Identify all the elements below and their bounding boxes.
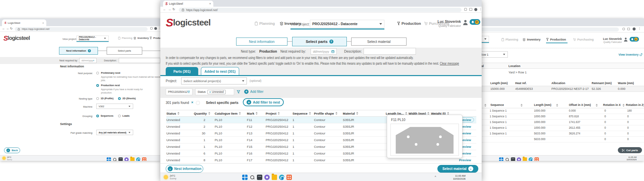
user-name[interactable]: Luc Stoverink	[429, 19, 461, 23]
terminal-app-icon[interactable]	[118, 157, 123, 161]
clock-date[interactable]: 10/03/2026	[617, 159, 637, 161]
nav-production[interactable]: Production	[150, 37, 160, 40]
edge-browser-icon[interactable]	[136, 157, 141, 161]
col-waste[interactable]: Waste (mm)	[618, 81, 634, 85]
extensions-icon[interactable]	[150, 27, 153, 29]
address-field[interactable]: https://app.logicsteel.net/	[15, 27, 148, 31]
search-icon[interactable]	[250, 175, 255, 180]
col-offset-x[interactable]: Offset in X (mm)	[569, 103, 591, 107]
step-select-material[interactable]: Select material	[351, 38, 407, 46]
weather-condition[interactable]: Sunny	[7, 159, 12, 161]
description-input[interactable]	[364, 48, 416, 55]
description-input[interactable]	[119, 58, 160, 63]
col-catalogue-item[interactable]: Catalogue item	[215, 112, 237, 115]
file-explorer-icon[interactable]	[523, 157, 527, 161]
chat-app-icon[interactable]	[264, 175, 270, 180]
forward-icon[interactable]: →	[168, 7, 171, 11]
table-row[interactable]: 1 Sequence 11000.0000.0000180	[470, 108, 644, 114]
side-panel-icon[interactable]	[627, 28, 630, 30]
sort-icon[interactable]	[623, 104, 625, 107]
filter-funnel-icon[interactable]	[187, 90, 190, 94]
windows-start-icon[interactable]	[242, 175, 248, 180]
search-icon[interactable]	[113, 157, 117, 161]
sort-icon[interactable]	[335, 112, 337, 115]
menu-icon[interactable]: ⋮	[638, 27, 641, 30]
stock-table-row[interactable]: 15000.000 454889DE53 PROJ20250412 NEST-2…	[470, 86, 644, 92]
weather-temp[interactable]: 24°C	[7, 156, 11, 158]
weather-sun-icon[interactable]	[2, 157, 6, 160]
nav-planning[interactable]: Planning	[501, 38, 518, 41]
clear-filter-icon[interactable]: ×	[191, 100, 193, 104]
clear-message-link[interactable]: Clear message	[440, 62, 459, 65]
select-material-button[interactable]: Select material ›	[437, 165, 478, 173]
status-filter-box[interactable]: Status × Unnested	[195, 88, 234, 95]
forward-icon[interactable]: →	[6, 27, 9, 30]
menu-icon[interactable]: ⋮	[158, 26, 160, 29]
tab-close-icon[interactable]: ×	[42, 21, 44, 24]
nesting-1d-radio[interactable]	[96, 97, 99, 100]
step-select-parts[interactable]: Select parts	[107, 47, 142, 55]
terminal-app-icon[interactable]	[511, 157, 515, 161]
profile-icon[interactable]	[633, 27, 636, 31]
grouping-loads-radio[interactable]	[118, 115, 121, 117]
weather-sun-icon[interactable]	[164, 175, 168, 179]
nesting-2d-radio[interactable]	[118, 97, 121, 100]
add-filter-to-nest-button[interactable]: + Add filter to nest	[243, 98, 284, 106]
nav-planning[interactable]: Planning	[118, 37, 132, 40]
browser-tab[interactable]: S LogicSteel ×	[2, 19, 46, 26]
chat-app-icon[interactable]	[124, 157, 129, 161]
notifications-button[interactable]: 9+	[630, 37, 639, 42]
search-icon[interactable]	[505, 157, 509, 161]
chip-remove-icon[interactable]: ×	[209, 90, 211, 94]
reload-icon[interactable]: ↻	[10, 27, 13, 30]
sort-icon[interactable]	[278, 112, 280, 115]
sort-icon[interactable]	[239, 112, 241, 115]
file-explorer-icon[interactable]	[130, 157, 135, 161]
step-nest-information[interactable]: Nest information	[236, 38, 287, 46]
chat-app-icon[interactable]	[517, 157, 521, 161]
sort-icon[interactable]	[309, 112, 311, 115]
grouping-sequences-radio[interactable]	[96, 115, 99, 117]
sort-icon[interactable]	[177, 112, 179, 115]
sort-icon[interactable]	[447, 112, 449, 115]
additional-project-select[interactable]: Select additional project(s)	[181, 77, 247, 84]
sort-icon[interactable]	[556, 104, 558, 107]
view-inventory-link[interactable]: View inventory	[619, 53, 642, 56]
clock-time[interactable]: 11:00 AM	[445, 174, 466, 177]
col-heat[interactable]: Heat ref.	[515, 81, 527, 85]
app-store-icon[interactable]	[142, 157, 147, 161]
col-mark[interactable]: Mark	[247, 112, 254, 115]
terminal-app-icon[interactable]	[257, 175, 262, 180]
table-row[interactable]: 1 Sequence 15633.0003626.27400	[470, 131, 644, 137]
weather-condition[interactable]: Sunny	[170, 177, 176, 180]
extensions-icon[interactable]	[464, 8, 467, 11]
col-sequence[interactable]: Sequence	[292, 112, 308, 115]
table-row[interactable]: 1 Sequence 11000.000870.81800	[470, 114, 644, 120]
production-radio[interactable]	[96, 84, 99, 87]
profile-icon[interactable]	[474, 8, 477, 11]
machine-select[interactable]: V302	[96, 104, 133, 109]
nav-production-item[interactable]: Production	[397, 21, 421, 25]
app-store-icon[interactable]	[535, 157, 539, 161]
weather-temp[interactable]: 24°C	[170, 174, 175, 177]
table-row[interactable]: 5633.00000	[470, 137, 644, 142]
col-remnant[interactable]: Remnant (mm)	[592, 81, 612, 85]
reload-icon[interactable]: ↻	[172, 7, 175, 11]
tray-chevron-icon[interactable]: ^	[435, 175, 436, 179]
date-input[interactable]: dd/mm/yyyy	[311, 48, 337, 55]
col-sequence[interactable]: Sequence	[490, 103, 504, 107]
filter-funnel-icon[interactable]	[237, 90, 240, 94]
nest-information-button[interactable]: ‹ Nest information	[166, 165, 203, 173]
project-select[interactable]: PROJ20250412 - Datacente	[310, 20, 384, 28]
sort-icon[interactable]	[356, 112, 358, 115]
avatar-icon[interactable]	[624, 37, 628, 42]
tab-added-to-nest[interactable]: Added to nest (301)	[201, 67, 239, 76]
col-location[interactable]: Location	[508, 64, 520, 68]
address-field[interactable]	[470, 27, 619, 32]
step-select-parts[interactable]: Select parts ?	[292, 37, 347, 46]
side-panel-icon[interactable]	[469, 8, 472, 11]
profile-icon[interactable]	[154, 27, 157, 30]
notifications-button[interactable]: 9+	[470, 19, 480, 25]
app-store-icon[interactable]	[286, 175, 292, 180]
col-status[interactable]: Status	[166, 112, 176, 115]
